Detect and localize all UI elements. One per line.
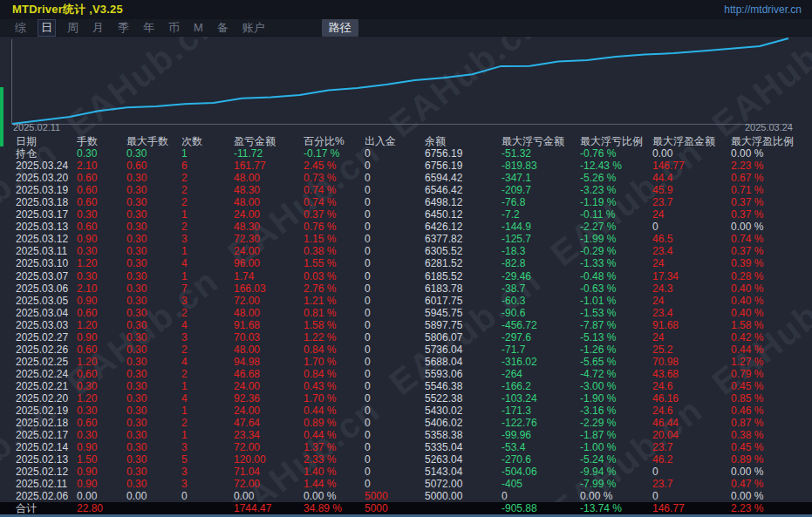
cell-7: 5143.04 — [425, 466, 502, 478]
table-row-25: 2025.02.131.500.305120.002.33 %05263.04-… — [0, 453, 812, 466]
cell-9: -7.99 % — [580, 478, 652, 490]
cell-10: 43.68 — [652, 368, 731, 380]
table-row-7: 2025.03.120.900.30372.301.15 %06377.82-1… — [0, 233, 812, 245]
cell-10: 0 — [652, 221, 731, 233]
cell-9: -1.01 % — [580, 295, 652, 307]
cell-9: -2.29 % — [580, 417, 652, 429]
cell-10: 24 — [652, 257, 731, 269]
cell-9: -0.63 % — [580, 282, 652, 295]
cell-11: 0.47 % — [731, 478, 812, 490]
cell-5: 0.89 % — [304, 417, 365, 429]
cell-9: -1.19 % — [580, 196, 652, 208]
table-row-22: 2025.02.180.600.30247.640.89 %05406.02-1… — [0, 417, 812, 429]
table-row-17: 2025.02.251.200.30494.981.70 %05688.04-3… — [0, 356, 812, 368]
cell-7: 5522.38 — [425, 392, 502, 405]
cell-0: 2025.02.19 — [16, 405, 77, 417]
cell-11: 0.45 % — [731, 380, 812, 392]
cell-6: 0 — [365, 295, 425, 307]
column-header-8: 最大浮亏金额 — [502, 135, 580, 147]
menu-item-9[interactable]: 账户 — [240, 19, 268, 37]
cell-11: 1.58 % — [731, 319, 812, 331]
cell-7: 6017.75 — [425, 295, 502, 307]
cell-4: 72.00 — [234, 295, 304, 307]
cell-4: 71.04 — [234, 466, 304, 478]
table-row-21: 2025.02.190.300.30124.000.44 %05430.02-1… — [0, 405, 812, 417]
equity-chart: 2025.02.11 2025.03.24 — [0, 36, 812, 135]
cell-1: 1.50 — [77, 453, 126, 466]
cell-4: 166.03 — [234, 282, 304, 295]
cell-2: 0.30 — [126, 319, 181, 331]
cell-0: 2025.03.20 — [16, 172, 77, 184]
cell-6: 0 — [365, 257, 425, 269]
menu-item-0[interactable]: 综 — [12, 19, 29, 37]
cell-6: 0 — [365, 331, 425, 344]
cell-0: 2025.02.25 — [16, 356, 77, 368]
cell-6: 0 — [365, 184, 425, 196]
cell-7: 6281.52 — [425, 257, 502, 269]
app-url-link[interactable]: http://mtdriver.cn — [724, 3, 812, 16]
cell-5: 1.58 % — [304, 319, 365, 331]
cell-6: 0 — [365, 356, 425, 368]
cell-9: -7.87 % — [580, 319, 652, 331]
cell-2: 0.30 — [126, 466, 181, 478]
title-bar: MTDriver统计 ,V3.25 http://mtdriver.cn — [0, 0, 812, 19]
cell-7: 5688.04 — [425, 356, 502, 368]
cell-5: 0.84 % — [304, 368, 365, 380]
cell-8: -82.8 — [502, 257, 580, 269]
menu-item-7[interactable]: M — [191, 20, 206, 35]
menu-item-8[interactable]: 备 — [215, 19, 231, 37]
app-title: MTDriver统计 ,V3.25 — [0, 2, 123, 17]
cell-1: 0.90 — [77, 478, 126, 490]
menu-item-6[interactable]: 币 — [166, 19, 182, 37]
menu-item-3[interactable]: 月 — [90, 19, 106, 37]
menu-bar: 综日周月季年币M备账户 路径 — [0, 19, 812, 37]
cell-9: -5.13 % — [580, 331, 652, 344]
cell-7: 5358.38 — [425, 429, 502, 441]
cell-2: 0.30 — [126, 307, 181, 319]
cell-3: 2 — [181, 344, 234, 356]
chart-end-date: 2025.03.24 — [745, 122, 793, 133]
menu-item-1[interactable]: 日 — [38, 19, 56, 37]
column-header-4: 盈亏金额 — [234, 135, 304, 147]
cell-1: 0.60 — [77, 344, 126, 356]
cell-3: 0 — [181, 490, 234, 502]
cell-5: 0.38 % — [304, 245, 365, 257]
cell-9: -3.16 % — [580, 405, 652, 417]
cell-7: 6546.42 — [425, 184, 502, 196]
cell-10: 91.68 — [652, 319, 731, 331]
path-button[interactable]: 路径 — [322, 19, 358, 37]
cell-0: 2025.03.24 — [16, 160, 77, 172]
cell-11: 0.37 % — [731, 196, 812, 208]
cell-4: 72.00 — [234, 478, 304, 490]
cell-3: 1 — [181, 245, 234, 257]
cell-11: 0.00 % — [731, 221, 812, 233]
cell-6: 0 — [365, 392, 425, 405]
cell-8: -347.1 — [502, 172, 580, 184]
cell-10: 23.7 — [652, 478, 731, 490]
cell-7: 5335.04 — [425, 441, 502, 453]
menu-item-4[interactable]: 季 — [115, 19, 132, 37]
cell-3: 3 — [181, 233, 234, 245]
cell-6: 0 — [365, 147, 425, 160]
table-row-0: 持仓0.300.301-11.72-0.17 %06756.19-51.32-0… — [0, 147, 812, 160]
menu-item-5[interactable]: 年 — [140, 19, 157, 37]
cell-11: 0.00 % — [731, 490, 812, 502]
cell-1: 0.90 — [77, 466, 126, 478]
cell-7: 6594.42 — [425, 172, 502, 184]
cell-9: -1.00 % — [580, 441, 652, 453]
cell-3: 4 — [181, 356, 234, 368]
column-header-9: 最大浮亏比例 — [580, 135, 652, 147]
cell-0: 2025.03.04 — [16, 307, 77, 319]
cell-10: 0.00 — [652, 147, 731, 160]
cell-2: 0.30 — [126, 196, 181, 208]
cell-11: 0.71 % — [731, 184, 812, 196]
cell-10: 23.7 — [652, 196, 731, 208]
cell-4: 1.74 — [234, 270, 304, 282]
cell-6: 0 — [365, 307, 425, 319]
cell-8: -71.7 — [502, 344, 580, 356]
cell-5: 2.33 % — [304, 453, 365, 466]
menu-item-2[interactable]: 周 — [65, 19, 81, 37]
cell-3: 1 — [181, 270, 234, 282]
cell-7: 5945.75 — [425, 307, 502, 319]
cell-10: 0 — [652, 490, 731, 502]
